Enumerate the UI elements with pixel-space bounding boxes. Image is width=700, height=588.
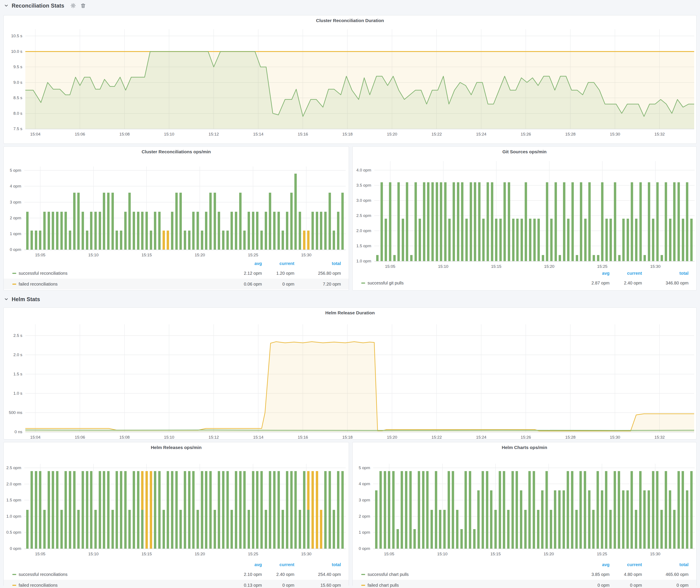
bar-successful — [559, 255, 561, 261]
trash-icon[interactable] — [80, 3, 86, 8]
chevron-down-icon[interactable] — [4, 3, 9, 8]
bar-successful — [277, 212, 280, 250]
bar-successful — [137, 212, 139, 250]
legend-sort-avg[interactable]: avg — [577, 562, 610, 567]
bar-successful — [197, 510, 199, 549]
bar-successful — [601, 182, 603, 261]
legend-series-name[interactable]: successful git pulls — [368, 281, 404, 286]
x-tick-label: 15:22 — [432, 435, 442, 440]
y-tick-label: 0 ns — [4, 430, 22, 434]
legend-series-name[interactable]: successful reconciliations — [19, 271, 68, 276]
legend-sort-avg[interactable]: avg — [229, 261, 262, 266]
bar-successful — [158, 471, 161, 549]
series-color-dash — [361, 574, 365, 575]
legend-sort-total[interactable]: total — [294, 562, 341, 567]
legend-header-row: avgcurrenttotal — [353, 269, 696, 278]
bar-successful — [243, 231, 246, 250]
panel-git-sources-ops: Git Sources ops/min 1.0 opm1.5 opm2.0 op… — [352, 146, 697, 291]
x-axis-line — [24, 250, 346, 250]
x-axis-line — [24, 549, 346, 549]
legend-series: failed reconciliations — [12, 583, 229, 588]
legend-sort-current[interactable]: current — [262, 261, 294, 266]
bar-successful — [48, 212, 50, 250]
y-tick-label: 1.0 opm — [4, 514, 21, 519]
y-tick-label: 0 opm — [353, 546, 370, 551]
series-color-dash — [12, 574, 16, 575]
legend-sort-total[interactable]: total — [642, 562, 689, 567]
bar-successful — [652, 471, 654, 549]
legend-series: failed chart pulls — [361, 583, 577, 588]
bar-successful — [423, 182, 425, 261]
dashboard: Reconciliation Stats Cluster Reconciliat… — [0, 0, 700, 588]
bar-successful — [77, 193, 80, 250]
legend-value-total: 346.80 opm — [642, 281, 689, 286]
y-tick-label: 1.5 opm — [4, 498, 21, 502]
bar-successful — [443, 510, 446, 549]
bar-successful — [239, 193, 242, 250]
y-tick-label: 1.5 s — [4, 372, 22, 376]
bar-successful — [82, 212, 84, 250]
y-tick-label: 4 opm — [353, 481, 370, 486]
bar-successful — [39, 471, 41, 549]
bar-successful — [439, 510, 441, 549]
bar-successful — [669, 490, 671, 549]
bar-successful — [43, 510, 46, 549]
bar-successful — [192, 471, 195, 549]
bar-successful — [584, 471, 586, 549]
legend-sort-current[interactable]: current — [610, 271, 642, 276]
legend-sort-current[interactable]: current — [610, 562, 642, 567]
y-tick-label: 2.5 s — [4, 333, 22, 338]
bar-successful — [60, 510, 63, 549]
bar-successful — [635, 510, 637, 549]
bar-successful — [52, 212, 54, 250]
x-tick-label: 15:20 — [387, 435, 397, 440]
x-tick-label: 15:20 — [544, 552, 554, 556]
legend-table: avgcurrenttotalsuccessful reconciliation… — [4, 259, 349, 289]
chevron-down-icon[interactable] — [4, 297, 9, 302]
gear-icon[interactable] — [70, 3, 76, 8]
x-tick-label: 15:20 — [195, 552, 205, 556]
section-header-helm-stats[interactable]: Helm Stats — [4, 295, 40, 304]
x-tick-label: 15:18 — [342, 132, 353, 137]
legend-sort-avg[interactable]: avg — [577, 271, 610, 276]
x-tick-label: 15:10 — [88, 253, 99, 257]
bar-failed — [307, 471, 310, 510]
bar-successful — [588, 490, 590, 549]
legend-sort-avg[interactable]: avg — [229, 562, 262, 567]
bar-successful — [235, 471, 237, 549]
bar-successful — [499, 219, 502, 261]
bar-successful — [381, 182, 383, 261]
gridline — [24, 202, 346, 202]
bar-successful — [409, 471, 412, 549]
x-tick-label: 15:04 — [30, 132, 41, 137]
bar-successful — [635, 219, 637, 261]
bar-successful — [205, 471, 207, 549]
legend-series-name[interactable]: failed chart pulls — [368, 583, 399, 588]
bar-successful — [222, 471, 224, 549]
legend-sort-current[interactable]: current — [262, 562, 294, 567]
bar-successful — [179, 193, 182, 250]
bar-successful — [465, 471, 467, 549]
y-tick-label: 1.5 opm — [353, 244, 371, 248]
bar-failed — [303, 231, 305, 250]
legend-series-name[interactable]: failed reconciliations — [19, 583, 58, 588]
bar-successful — [201, 231, 203, 250]
bar-successful — [520, 490, 522, 549]
x-tick-label: 15:05 — [384, 552, 394, 556]
bar-successful — [209, 193, 212, 250]
y-tick-label: 4 opm — [4, 184, 21, 189]
release duration-line — [25, 430, 694, 430]
bar-successful — [457, 182, 459, 261]
x-tick-label: 15:24 — [476, 132, 487, 137]
legend-series-name[interactable]: successful chart pulls — [368, 572, 409, 577]
bar-successful — [269, 471, 271, 549]
legend-series-name[interactable]: successful reconciliations — [19, 572, 68, 577]
bar-successful — [571, 471, 573, 549]
bar-successful — [415, 182, 417, 261]
legend-series-name[interactable]: failed reconciliations — [19, 282, 58, 287]
series-color-dash — [361, 283, 365, 284]
legend-sort-total[interactable]: total — [294, 261, 341, 266]
section-header-reconciliation-stats[interactable]: Reconciliation Stats — [4, 1, 86, 10]
legend-sort-total[interactable]: total — [642, 271, 689, 276]
bar-successful — [507, 510, 510, 549]
